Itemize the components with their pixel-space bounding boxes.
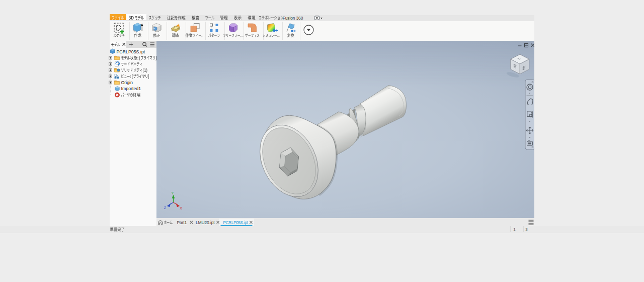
svg-text:Z: Z (164, 206, 166, 209)
svg-text:X: X (180, 206, 182, 210)
svg-text:Y: Y (171, 191, 174, 195)
